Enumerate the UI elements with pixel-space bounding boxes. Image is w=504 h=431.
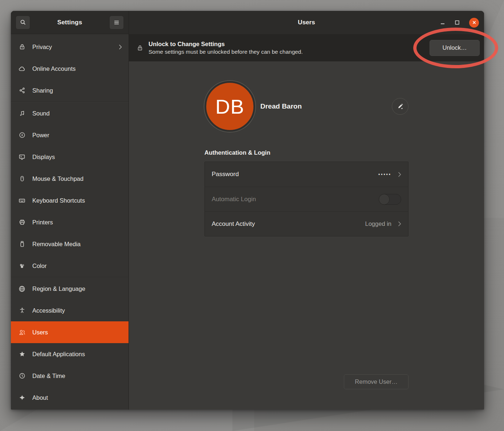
sidebar-item-privacy[interactable]: Privacy — [11, 36, 129, 58]
titlebar: Users — [129, 11, 484, 34]
sidebar-item-about[interactable]: About — [11, 387, 129, 408]
mouse-icon — [19, 175, 25, 182]
main-pane: Users Unlock to Change Settings Some set… — [129, 11, 484, 410]
keyboard-icon — [19, 197, 25, 204]
share-icon — [19, 87, 25, 94]
sidebar: Settings PrivacyOnline AccountsSharingSo… — [11, 11, 129, 410]
sidebar-item-date-time[interactable]: Date & Time — [11, 365, 129, 387]
music-note-icon — [19, 110, 25, 117]
remove-user-row: Remove User… — [204, 374, 409, 389]
unlock-banner: Unlock to Change Settings Some settings … — [129, 34, 484, 61]
star-icon — [19, 351, 25, 358]
sidebar-item-label: Keyboard Shortcuts — [32, 197, 122, 204]
color-profile-icon — [19, 263, 25, 269]
sidebar-separator — [11, 277, 129, 277]
sidebar-item-users[interactable]: Users — [11, 321, 129, 343]
sidebar-item-keyboard-shortcuts[interactable]: Keyboard Shortcuts — [11, 190, 129, 211]
sidebar-item-label: Default Applications — [32, 351, 122, 358]
sparkle-icon — [19, 394, 25, 401]
row-label: Automatic Login — [212, 196, 379, 203]
sidebar-item-online-accounts[interactable]: Online Accounts — [11, 58, 129, 80]
unlock-banner-text: Unlock to Change Settings Some settings … — [149, 41, 430, 55]
profile-name: Dread Baron — [260, 102, 392, 110]
sidebar-item-removable-media[interactable]: Removable Media — [11, 233, 129, 255]
sidebar-header: Settings — [11, 11, 129, 34]
sidebar-item-power[interactable]: Power — [11, 124, 129, 146]
power-icon — [19, 132, 25, 139]
sidebar-item-color[interactable]: Color — [11, 255, 129, 277]
usb-drive-icon — [19, 241, 25, 248]
users-icon — [19, 329, 25, 336]
unlock-banner-title: Unlock to Change Settings — [149, 41, 430, 48]
sidebar-item-label: Power — [32, 132, 122, 139]
unlock-banner-subtitle: Some settings must be unlocked before th… — [149, 49, 430, 55]
sidebar-item-label: Mouse & Touchpad — [32, 175, 122, 182]
close-icon — [472, 20, 477, 25]
sidebar-item-label: Removable Media — [32, 241, 122, 248]
sidebar-item-label: Sound — [32, 110, 122, 117]
profile-row: DB Dread Baron — [204, 81, 409, 132]
chevron-right-icon — [119, 44, 122, 50]
close-button[interactable] — [469, 18, 479, 28]
users-content: DB Dread Baron Authentication & Login Pa… — [129, 61, 484, 410]
settings-window: Settings PrivacyOnline AccountsSharingSo… — [11, 11, 484, 410]
pencil-icon — [397, 103, 404, 110]
sidebar-item-displays[interactable]: Displays — [11, 146, 129, 168]
page-title: Users — [298, 19, 315, 26]
search-icon — [20, 19, 26, 25]
sidebar-item-mouse-touchpad[interactable]: Mouse & Touchpad — [11, 168, 129, 190]
chevron-right-icon — [398, 221, 401, 227]
toggle-knob — [379, 194, 390, 205]
sidebar-item-printers[interactable]: Printers — [11, 211, 129, 233]
sidebar-nav: PrivacyOnline AccountsSharingSoundPowerD… — [11, 34, 129, 410]
maximize-button[interactable] — [455, 20, 460, 25]
sidebar-item-label: Online Accounts — [32, 65, 122, 72]
chevron-right-icon — [398, 172, 401, 177]
row-value: Logged in — [365, 220, 392, 227]
sidebar-item-default-applications[interactable]: Default Applications — [11, 343, 129, 365]
sidebar-title: Settings — [30, 19, 109, 26]
lock-icon — [137, 45, 143, 51]
clock-icon — [19, 373, 25, 379]
edit-name-button[interactable] — [392, 98, 409, 115]
sidebar-item-label: Accessibility — [32, 307, 122, 314]
row-automatic-login: Automatic Login — [205, 187, 408, 211]
sidebar-item-label: Sharing — [32, 87, 122, 94]
sidebar-item-label: Privacy — [32, 44, 112, 50]
accessibility-icon — [19, 307, 25, 314]
automatic-login-toggle[interactable] — [379, 194, 401, 205]
hamburger-menu-icon — [114, 20, 119, 25]
search-button[interactable] — [16, 16, 30, 29]
sidebar-item-label: Region & Language — [32, 285, 122, 292]
sidebar-item-label: Color — [32, 263, 122, 269]
maximize-icon — [455, 20, 460, 25]
row-password[interactable]: Password••••• — [205, 162, 408, 187]
row-account-activity[interactable]: Account ActivityLogged in — [205, 211, 408, 236]
avatar: DB — [204, 81, 255, 132]
cloud-icon — [19, 65, 25, 72]
sidebar-item-label: Printers — [32, 219, 122, 226]
sidebar-item-sharing[interactable]: Sharing — [11, 80, 129, 101]
sidebar-item-label: Date & Time — [32, 373, 122, 379]
unlock-button[interactable]: Unlock… — [430, 40, 480, 56]
auth-rows-list: Password•••••Automatic LoginAccount Acti… — [204, 162, 409, 236]
display-icon — [19, 154, 25, 160]
auth-section-heading: Authentication & Login — [204, 149, 409, 156]
sidebar-item-label: Displays — [32, 154, 122, 160]
printer-icon — [19, 219, 25, 226]
sidebar-item-region-language[interactable]: Region & Language — [11, 278, 129, 300]
row-label: Password — [212, 171, 378, 178]
sidebar-item-accessibility[interactable]: Accessibility — [11, 300, 129, 321]
sidebar-item-sound[interactable]: Sound — [11, 102, 129, 124]
sidebar-item-label: About — [32, 394, 122, 401]
globe-icon — [19, 285, 25, 292]
sidebar-item-label: Users — [32, 329, 122, 336]
primary-menu-button[interactable] — [109, 16, 124, 29]
minimize-icon — [440, 20, 445, 25]
minimize-button[interactable] — [440, 20, 445, 25]
row-value: ••••• — [378, 172, 391, 177]
sidebar-separator — [11, 102, 129, 102]
remove-user-button[interactable]: Remove User… — [344, 374, 409, 389]
window-controls — [440, 11, 479, 34]
row-label: Account Activity — [212, 220, 365, 228]
